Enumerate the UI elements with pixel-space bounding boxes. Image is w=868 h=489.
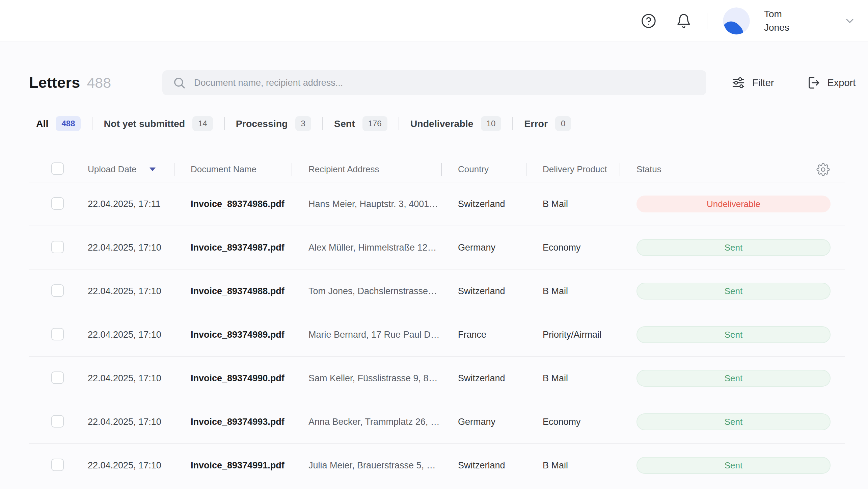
cell-document-name: Invoice_89374988.pdf: [174, 286, 292, 297]
topbar-divider: [707, 13, 707, 29]
filter-label: Filter: [752, 77, 774, 88]
status-badge: Sent: [636, 457, 831, 474]
chevron-down-icon: [844, 15, 856, 27]
cell-recipient-address: Anna Becker, Trammplatz 26, …: [292, 417, 442, 427]
cell-document-name: Invoice_89374986.pdf: [174, 199, 292, 209]
status-badge: Undeliverable: [636, 196, 831, 212]
select-all-checkbox[interactable]: [51, 162, 64, 175]
cell-recipient-address: Julia Meier, Brauerstrasse 5, …: [292, 460, 442, 471]
tab-divider: [92, 117, 92, 130]
cell-delivery-product: B Mail: [526, 286, 620, 297]
table-row[interactable]: 22.04.2025, 17:10 Invoice_89374990.pdf S…: [29, 357, 845, 400]
row-checkbox[interactable]: [51, 197, 64, 210]
status-badge: Sent: [636, 239, 831, 256]
cell-recipient-address: Marie Bernard, 17 Rue Paul D…: [292, 330, 442, 340]
user-name: Tom Jones: [764, 7, 804, 34]
cell-country: Germany: [442, 417, 526, 427]
cell-document-name: Invoice_89374987.pdf: [174, 242, 292, 253]
bell-icon: [676, 13, 691, 29]
table-row[interactable]: 22.04.2025, 17:10 Invoice_89374991.pdf J…: [29, 444, 845, 487]
cell-delivery-product: B Mail: [526, 199, 620, 209]
cell-recipient-address: Sam Keller, Füsslistrasse 9, 8…: [292, 373, 442, 384]
export-button[interactable]: Export: [806, 76, 856, 90]
tab-count-badge: 488: [56, 116, 81, 131]
cell-delivery-product: Economy: [526, 242, 620, 253]
search-input[interactable]: [194, 78, 696, 88]
cell-upload-date: 22.04.2025, 17:10: [88, 460, 174, 471]
status-badge: Sent: [636, 326, 831, 343]
row-checkbox[interactable]: [51, 371, 64, 384]
table-row[interactable]: 22.04.2025, 17:10 Invoice_89374988.pdf T…: [29, 269, 845, 313]
page-header: Letters 488 Filter Export: [29, 70, 845, 95]
tab-error[interactable]: Error 0: [524, 116, 571, 131]
cell-upload-date: 22.04.2025, 17:10: [88, 373, 174, 384]
status-tabs: All 488 Not yet submitted 14 Processing …: [29, 116, 845, 131]
cell-country: Switzerland: [442, 460, 526, 471]
cell-recipient-address: Alex Müller, Himmelstraße 12…: [292, 242, 442, 253]
tab-sent[interactable]: Sent 176: [334, 116, 387, 131]
gear-icon: [816, 163, 830, 176]
table-row[interactable]: 22.04.2025, 17:10 Invoice_89374989.pdf M…: [29, 313, 845, 357]
letters-table: Upload Date Document Name Recipient Addr…: [29, 157, 845, 487]
cell-recipient-address: Tom Jones, Dachslernstrasse…: [292, 286, 442, 297]
status-badge: Sent: [636, 370, 831, 387]
tab-count-badge: 0: [555, 116, 571, 131]
cell-delivery-product: Economy: [526, 417, 620, 427]
avatar: [723, 7, 750, 34]
column-header-status[interactable]: Status: [620, 157, 845, 182]
table-row[interactable]: 22.04.2025, 17:10 Invoice_89374993.pdf A…: [29, 400, 845, 444]
cell-upload-date: 22.04.2025, 17:10: [88, 417, 174, 427]
column-header-upload-date[interactable]: Upload Date: [88, 157, 174, 182]
tab-count-badge: 10: [481, 116, 501, 131]
tab-not-yet-submitted[interactable]: Not yet submitted 14: [104, 116, 213, 131]
table-row[interactable]: 22.04.2025, 17:10 Invoice_89374987.pdf A…: [29, 226, 845, 269]
tab-count-badge: 3: [295, 116, 311, 131]
help-button[interactable]: [641, 13, 656, 29]
cell-delivery-product: Priority/Airmail: [526, 330, 620, 340]
column-header-document-name[interactable]: Document Name: [174, 157, 292, 182]
cell-document-name: Invoice_89374991.pdf: [174, 460, 292, 471]
help-icon: [641, 13, 656, 29]
search-bar: [162, 70, 706, 95]
tab-count-badge: 14: [192, 116, 213, 131]
cell-document-name: Invoice_89374989.pdf: [174, 330, 292, 340]
table-settings-button[interactable]: [816, 163, 830, 176]
page-title-text: Letters: [29, 74, 80, 92]
cell-upload-date: 22.04.2025, 17:10: [88, 330, 174, 340]
tab-undeliverable[interactable]: Undeliverable 10: [410, 116, 501, 131]
tab-processing[interactable]: Processing 3: [236, 116, 311, 131]
status-badge: Sent: [636, 413, 831, 430]
table-row[interactable]: 22.04.2025, 17:11 Invoice_89374986.pdf H…: [29, 182, 845, 226]
status-badge: Sent: [636, 283, 831, 300]
export-icon: [806, 76, 820, 90]
user-menu[interactable]: Tom Jones: [723, 7, 856, 34]
tab-divider: [399, 117, 399, 130]
cell-document-name: Invoice_89374993.pdf: [174, 417, 292, 427]
cell-upload-date: 22.04.2025, 17:11: [88, 199, 174, 209]
search-icon: [172, 76, 186, 89]
cell-country: France: [442, 330, 526, 340]
filter-button[interactable]: Filter: [731, 76, 774, 90]
topbar: Tom Jones: [0, 0, 868, 42]
cell-country: Switzerland: [442, 373, 526, 384]
tab-divider: [224, 117, 225, 130]
tab-all[interactable]: All 488: [36, 116, 81, 131]
cell-recipient-address: Hans Meier, Hauptstr. 3, 4001…: [292, 199, 442, 209]
column-header-country[interactable]: Country: [442, 157, 526, 182]
cell-document-name: Invoice_89374990.pdf: [174, 373, 292, 384]
row-checkbox[interactable]: [51, 241, 64, 253]
cell-country: Germany: [442, 242, 526, 253]
row-checkbox[interactable]: [51, 415, 64, 428]
tab-count-badge: 176: [362, 116, 387, 131]
sort-desc-icon: [150, 168, 156, 171]
cell-country: Switzerland: [442, 286, 526, 297]
column-header-recipient-address[interactable]: Recipient Address: [292, 157, 442, 182]
column-header-delivery-product[interactable]: Delivery Product: [526, 157, 620, 182]
cell-upload-date: 22.04.2025, 17:10: [88, 286, 174, 297]
row-checkbox[interactable]: [51, 328, 64, 340]
row-checkbox[interactable]: [51, 284, 64, 297]
row-checkbox[interactable]: [51, 459, 64, 471]
export-label: Export: [827, 77, 856, 88]
tab-divider: [512, 117, 513, 130]
notifications-button[interactable]: [676, 13, 691, 29]
